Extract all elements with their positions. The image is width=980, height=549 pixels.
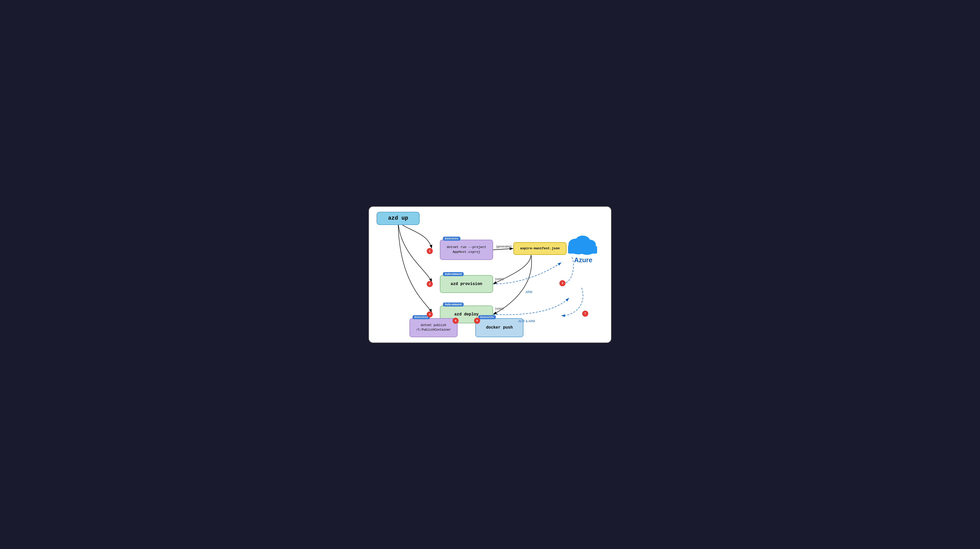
- azd-deploy-badge: Subcommand: [443, 303, 464, 306]
- azd-provision-node: Subcommand azd provision: [440, 275, 493, 293]
- step-5-circle: 5: [452, 318, 458, 324]
- step-7-circle: 7: [582, 311, 588, 317]
- azure-cloud: Azure: [565, 232, 601, 264]
- arm-label: ARM: [525, 290, 532, 294]
- uses2-label: (uses): [495, 307, 503, 310]
- aspire-manifest-label: aspire-manifest.json: [520, 246, 560, 250]
- azd-up-label: azd up: [388, 215, 408, 222]
- docker-push-label: docker push: [486, 325, 513, 330]
- dotnet-run-badge: Executes: [443, 237, 460, 241]
- step-4-circle: 4: [427, 311, 433, 318]
- dotnet-run-node: Executes dotnet run --project AppHost.cs…: [440, 240, 493, 260]
- step-3-circle: 3: [559, 280, 565, 286]
- azd-provision-badge: Subcommand: [443, 272, 464, 276]
- svg-rect-7: [568, 246, 597, 254]
- uses1-label: (uses): [495, 277, 503, 281]
- step-1-circle: 1: [427, 248, 433, 254]
- azd-deploy-label: azd deploy: [454, 312, 479, 317]
- dotnet-run-text: dotnet run --project AppHost.csproj: [447, 245, 486, 254]
- step-2-circle: 2: [427, 281, 433, 287]
- azure-label: Azure: [565, 256, 601, 264]
- azd-provision-label: azd provision: [451, 282, 482, 286]
- dotnet-publish-node: Executes dotnet publish /t:PublishContai…: [409, 318, 458, 337]
- docker-push-badge: Executes: [478, 315, 496, 319]
- acr-arm-label: ACR & ARM: [519, 319, 535, 323]
- step-6-circle: 6: [474, 318, 480, 324]
- cloud-icon: [565, 232, 601, 255]
- dotnet-publish-text: dotnet publish /t:PublishContainer: [416, 323, 451, 332]
- azd-up-node: azd up: [377, 212, 420, 225]
- diagram-container: azd up Executes dotnet run --project App…: [368, 206, 612, 343]
- generates-label: (generates): [496, 245, 512, 248]
- docker-push-node: Executes docker push: [475, 318, 523, 337]
- aspire-manifest-node: aspire-manifest.json: [513, 242, 566, 255]
